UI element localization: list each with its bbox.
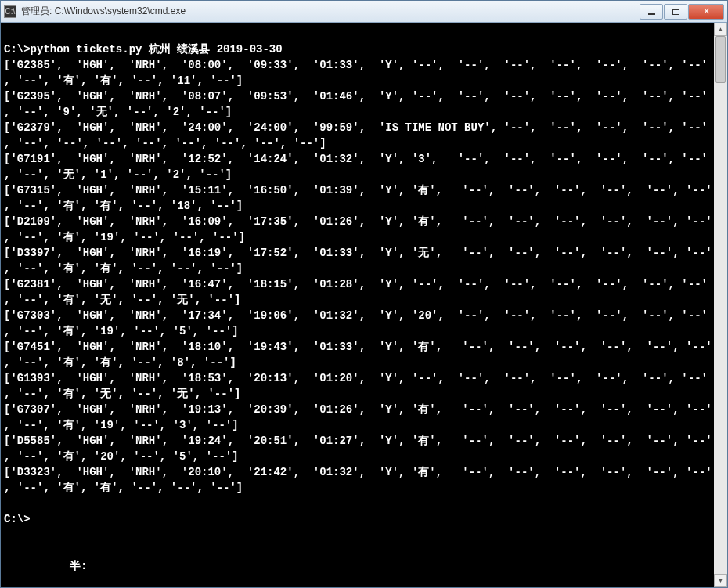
vertical-scrollbar[interactable]: ▲ ▼ xyxy=(714,23,727,587)
scroll-up-button[interactable]: ▲ xyxy=(714,23,727,36)
maximize-icon xyxy=(672,9,679,15)
scroll-track[interactable] xyxy=(714,36,727,574)
cmd-icon: C:\ xyxy=(4,5,16,18)
maximize-button[interactable] xyxy=(664,4,687,20)
console-area: C:\>python tickets.py 杭州 绩溪县 2019-03-30 … xyxy=(1,23,727,587)
minimize-icon xyxy=(648,13,655,15)
minimize-button[interactable] xyxy=(640,4,663,20)
close-icon: ✕ xyxy=(703,6,710,16)
close-button[interactable]: ✕ xyxy=(688,4,724,20)
console-output[interactable]: C:\>python tickets.py 杭州 绩溪县 2019-03-30 … xyxy=(1,23,714,587)
scroll-thumb[interactable] xyxy=(715,36,726,83)
scroll-down-button[interactable]: ▼ xyxy=(714,574,727,587)
titlebar[interactable]: C:\ 管理员: C:\Windows\system32\cmd.exe ✕ xyxy=(1,1,727,23)
window-controls: ✕ xyxy=(640,4,724,20)
window-title: 管理员: C:\Windows\system32\cmd.exe xyxy=(21,5,640,18)
cmd-window: C:\ 管理员: C:\Windows\system32\cmd.exe ✕ C… xyxy=(0,0,728,588)
